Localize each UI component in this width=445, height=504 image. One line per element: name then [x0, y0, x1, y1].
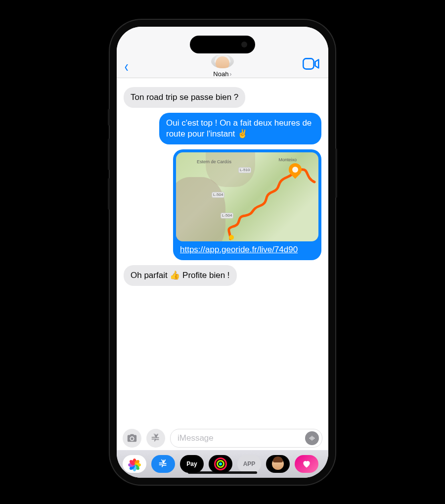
- back-button[interactable]: ‹: [125, 56, 129, 76]
- message-incoming[interactable]: Oh parfait 👍 Profite bien !: [124, 265, 321, 286]
- iphone-device: ‹ Noah› Ton road trip se passe bien ?: [110, 20, 335, 485]
- message-input-placeholder: iMessage: [178, 433, 214, 443]
- message-outgoing[interactable]: Oui c'est top ! On a fait deux heures de…: [124, 113, 321, 144]
- message-incoming[interactable]: Ton road trip se passe bien ?: [124, 87, 321, 108]
- message-bubble-rich: Estern de Cardós Monteixo L-510 L-504 L-…: [173, 149, 321, 260]
- side-button-volume-down: [108, 178, 110, 210]
- map-preview[interactable]: Estern de Cardós Monteixo L-510 L-504 L-…: [176, 152, 318, 241]
- dictation-button[interactable]: [305, 431, 319, 445]
- camera-icon: [127, 433, 137, 444]
- app-store-button[interactable]: [146, 429, 165, 448]
- shared-link[interactable]: https://app.georide.fr/live/74d90: [176, 241, 318, 257]
- chevron-right-icon: ›: [229, 70, 231, 78]
- side-button-silence: [108, 109, 110, 126]
- photos-icon: [129, 458, 140, 469]
- facetime-button[interactable]: [303, 57, 319, 70]
- activity-rings-icon: [214, 458, 227, 470]
- dynamic-island: [190, 36, 255, 53]
- app-digital-touch[interactable]: [295, 455, 318, 473]
- video-camera-icon: [303, 57, 319, 70]
- memoji-icon: [272, 458, 284, 470]
- message-bubble: Ton road trip se passe bien ?: [124, 87, 245, 108]
- app-photos[interactable]: [123, 455, 146, 473]
- apple-pay-label: Pay: [186, 460, 197, 467]
- generic-app-label: APP: [243, 460, 256, 467]
- side-button-volume-up: [108, 138, 110, 170]
- message-bubble: Oui c'est top ! On a fait deux heures de…: [159, 113, 321, 144]
- app-store-a-icon: [158, 458, 169, 469]
- heart-fingers-icon: [302, 459, 312, 469]
- message-input[interactable]: iMessage: [170, 429, 322, 448]
- app-store-icon: [150, 433, 161, 444]
- contact-name-label: Noah: [213, 70, 228, 78]
- contact-avatar[interactable]: [211, 54, 234, 68]
- camera-button[interactable]: [123, 429, 141, 448]
- contact-name[interactable]: Noah›: [213, 70, 231, 78]
- message-outgoing-link[interactable]: Estern de Cardós Monteixo L-510 L-504 L-…: [124, 149, 321, 260]
- svg-point-1: [229, 235, 234, 240]
- side-button-power: [335, 148, 337, 198]
- screen: ‹ Noah› Ton road trip se passe bien ?: [117, 27, 328, 478]
- app-fitness[interactable]: [209, 455, 232, 473]
- audio-waveform-icon: [309, 435, 315, 442]
- composer-bar: iMessage: [117, 426, 328, 450]
- svg-rect-0: [303, 58, 313, 69]
- app-store[interactable]: [151, 455, 175, 473]
- app-apple-pay[interactable]: Pay: [180, 455, 204, 473]
- message-thread[interactable]: Ton road trip se passe bien ? Oui c'est …: [117, 78, 328, 426]
- home-indicator[interactable]: [188, 471, 257, 474]
- app-memoji[interactable]: [266, 455, 290, 473]
- message-bubble: Oh parfait 👍 Profite bien !: [124, 265, 237, 286]
- app-generic[interactable]: APP: [237, 455, 261, 473]
